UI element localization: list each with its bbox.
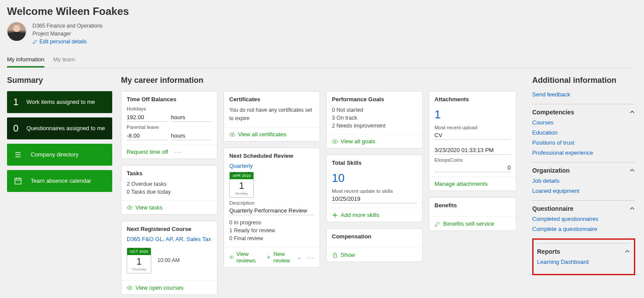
review-title: Next Scheduled Review [229,153,314,159]
review-desc-label: Description [229,200,314,206]
career-title: My career information [121,76,523,85]
coins-label: EloopsCoins [434,157,511,163]
new-review-link[interactable]: New review ⌄ [267,251,301,264]
svg-point-11 [334,141,336,142]
summary-title: Summary [7,76,112,85]
skills-recent-label: Most recent update to skills [332,188,417,194]
learning-dashboard-link[interactable]: Learning Dashboard [537,259,630,265]
review-ready: 1 Ready for review [229,227,314,234]
education-link[interactable]: Education [532,129,635,136]
card-next-review: Next Scheduled Review Quarterly APR 2019… [224,148,320,268]
more-icon[interactable]: ··· [307,254,314,261]
company-directory-label: Company directory [31,151,78,159]
pencil-icon [32,39,38,44]
competencies-header[interactable]: Competencies [532,104,635,116]
questionnaire-header[interactable]: Questionnaire [532,200,635,212]
tasks-title: Tasks [127,170,212,177]
review-final: 0 Final review [229,234,314,242]
goals-on-track: 3 On track [332,114,417,122]
complete-questionnaire-link[interactable]: Complete a questionnaire [532,226,635,232]
next-course-title: Next Registered Course [127,226,212,232]
parental-label: Parental leave [127,124,212,130]
coins-value[interactable]: 0 [434,163,511,172]
chevron-up-icon [629,206,635,212]
tab-my-information[interactable]: My information [7,54,44,67]
parental-unit: hours [171,131,212,140]
work-items-label: Work items assigned to me [26,99,95,106]
completed-questionnaires-link[interactable]: Completed questionnaires [532,216,635,222]
manage-attachments-link[interactable]: Manage attachments [434,181,487,187]
role-text: Project Manager [32,30,103,38]
review-desc-value[interactable]: Quarterly Performance Review [229,206,314,215]
benefits-title: Benefits [434,202,511,209]
card-skills: Total Skills 10 Most recent update to sk… [326,155,423,222]
send-feedback-link[interactable]: Send feedback [532,91,635,98]
more-icon[interactable]: ··· [174,149,181,155]
view-reviews-link[interactable]: View reviews [229,251,260,264]
view-all-certificates-link[interactable]: View all certificates [229,131,286,138]
card-compensation: Compensation Show [326,228,423,262]
chevron-up-icon [624,248,630,255]
overdue-tasks-text: 2 Overdue tasks [127,180,212,188]
compensation-title: Compensation [332,233,417,240]
eye-icon [332,138,338,145]
svg-point-8 [129,287,131,289]
goals-not-started: 0 Not started [332,106,417,114]
card-tasks: Tasks 2 Overdue tasks 0 Tasks due today … [121,165,217,215]
next-course-link[interactable]: D365 F&O GL, AP, AR, Sales Tax [127,236,212,242]
organization-header[interactable]: Organization [532,162,635,174]
tile-questionnaires[interactable]: 0 Questionnaires assigned to me [7,117,112,139]
attach-date: 3/23/2020 01:33:13 PM [434,145,511,155]
list-icon [13,151,23,159]
parental-value[interactable]: -8.00 [127,131,167,140]
eye-icon [127,285,133,291]
courses-link[interactable]: Courses [532,119,635,126]
attachments-title: Attachments [434,96,511,103]
svg-point-10 [231,257,232,258]
page-title: Welcome Wileen Foakes [7,5,635,18]
loaned-equipment-link[interactable]: Loaned equipment [532,188,635,194]
additional-info-title: Additional information [532,76,635,85]
tile-work-items[interactable]: 1 Work items assigned to me [7,91,112,113]
skills-count: 10 [332,170,345,186]
questionnaires-count: 0 [13,123,18,134]
calendar-icon [13,177,23,185]
request-time-off-link[interactable]: Request time off [127,149,168,155]
certs-text: You do not have any certificates set to … [229,106,314,123]
tabs: My information My team [7,54,635,68]
positions-trust-link[interactable]: Positions of trust [532,139,635,146]
reports-header[interactable]: Reports [537,243,630,255]
job-details-link[interactable]: Job details [532,177,635,184]
attach-recent-value[interactable]: CV [434,130,511,140]
chevron-up-icon [629,167,635,174]
view-all-goals-link[interactable]: View all goals [332,138,375,145]
lock-icon [332,252,338,258]
holidays-value[interactable]: 192.00 [127,112,167,122]
card-goals: Performance Goals 0 Not started 3 On tra… [326,91,423,149]
avatar [7,22,26,41]
tile-team-absence[interactable]: Team absence calendar [7,170,112,192]
tile-company-directory[interactable]: Company directory [7,144,112,166]
reports-highlight: Reports Learning Dashboard [532,238,635,275]
tab-my-team[interactable]: My team [53,54,75,67]
compensation-show-link[interactable]: Show [332,252,355,258]
professional-experience-link[interactable]: Professional experience [532,149,635,156]
review-calendar-icon: APR 2019 1 Monday [229,172,254,198]
holidays-label: Holidays [127,106,212,111]
plus-icon [267,254,270,260]
benefits-self-service-link[interactable]: Benefits self-service [434,220,494,227]
add-skills-link[interactable]: Add more skills [332,212,379,218]
card-certificates: Certificates You do not have any certifi… [224,91,320,142]
skills-recent-value[interactable]: 10/25/2019 [332,194,417,203]
review-link[interactable]: Quarterly [229,163,314,169]
edit-personal-details-link[interactable]: Edit personal details [32,38,87,46]
view-open-courses-link[interactable]: View open courses [127,284,184,291]
chevron-up-icon [629,109,635,115]
attachments-count: 1 [434,106,441,122]
plus-icon [332,212,338,218]
goals-title: Performance Goals [332,96,417,103]
goals-needs: 2 Needs improvement [332,122,417,130]
view-tasks-link[interactable]: View tasks [127,204,163,211]
svg-point-7 [129,207,131,209]
due-today-text: 0 Tasks due today [127,188,212,196]
